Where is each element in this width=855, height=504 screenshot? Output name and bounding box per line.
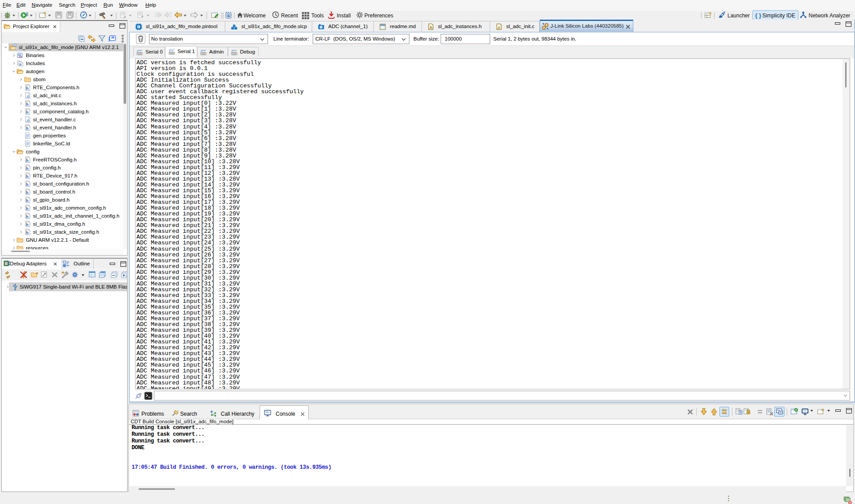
svg-text:.c: .c: [497, 25, 500, 30]
svg-text:si: si: [112, 37, 114, 39]
svg-text:.h: .h: [429, 25, 433, 30]
